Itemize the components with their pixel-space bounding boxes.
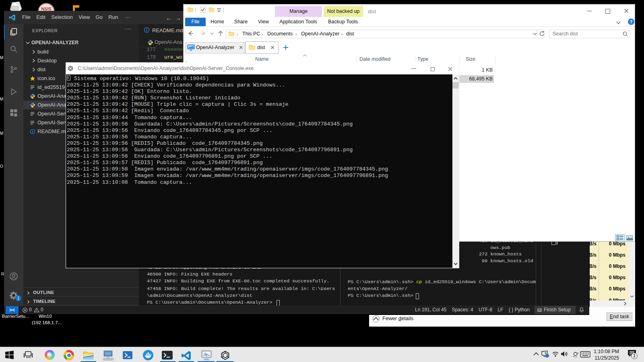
svg-text:NSIS: NSIS	[41, 6, 52, 11]
